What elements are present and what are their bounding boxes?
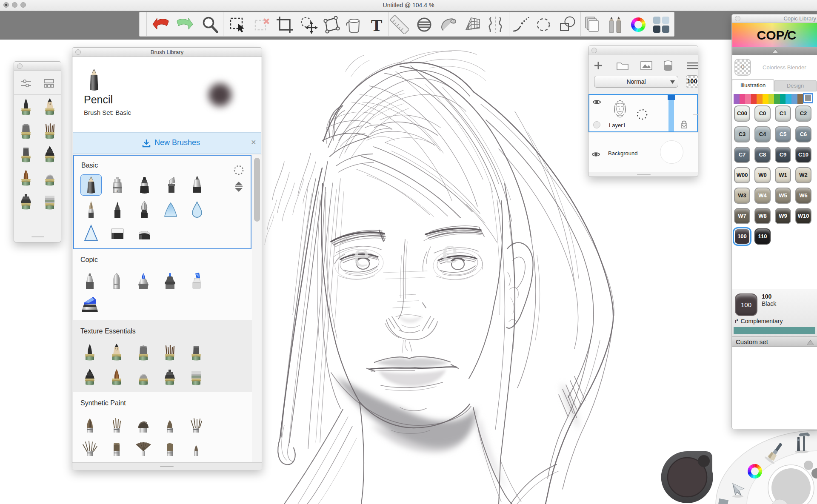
svg-text:e: e xyxy=(353,234,369,274)
svg-text:e: e xyxy=(442,231,458,271)
svg-text:COP/C: COP/C xyxy=(757,28,796,42)
svg-text:T: T xyxy=(371,16,383,34)
